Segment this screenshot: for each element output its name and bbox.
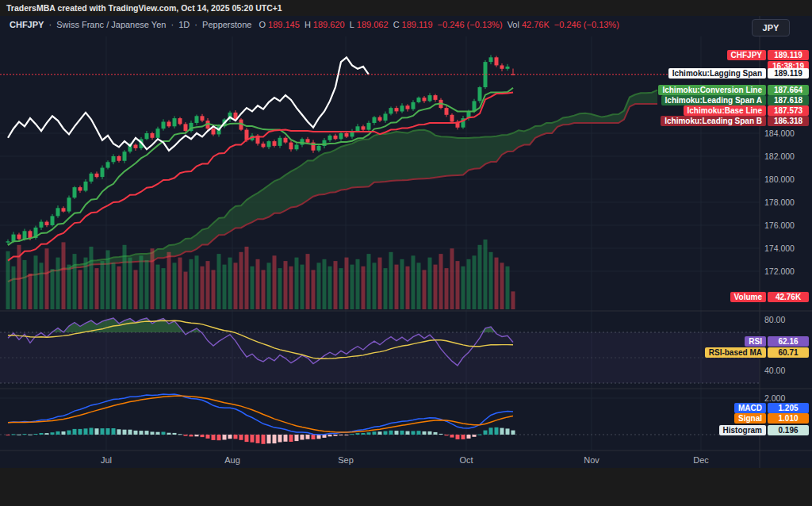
low-label: L [350,20,354,29]
currency-button[interactable]: JPY [752,19,790,36]
close-label: C [393,20,400,29]
broker-label: Pepperstone [202,20,251,29]
credit-text: TradersMBA created with TradingView.com,… [6,3,282,13]
macd-histogram-badge[interactable]: Histogram 0.196 [719,425,809,435]
high-label: H [304,20,311,29]
macd-signal-badge[interactable]: Signal 1.010 [734,413,809,424]
svg-text:Nov: Nov [584,455,599,465]
tradingview-app: TradersMBA created with TradingView.com,… [0,0,812,506]
svg-text:182.000: 182.000 [764,151,795,161]
svg-text:40.00: 40.00 [764,366,785,375]
high-value: 189.620 [313,20,345,29]
svg-text:172.000: 172.000 [764,266,795,276]
change-value: −0.246 (−0.13%) [438,20,503,29]
low-value: 189.062 [357,20,389,29]
ichimoku-lagging-span-badge[interactable]: Ichimoku:Lagging Span 189.119 [668,68,809,79]
symbol-info-bar: CHFJPY · Swiss Franc / Japanese Yen · 1D… [10,20,622,34]
interval-label[interactable]: 1D [178,20,190,29]
svg-text:Dec: Dec [693,455,709,465]
symbol-description: Swiss Franc / Japanese Yen [56,20,166,29]
open-value: 189.145 [268,20,300,29]
ichimoku-conversion-badge[interactable]: Ichimoku:Conversion Line 187.664 [658,85,809,95]
vol-change-value: −0.246 (−0.13%) [554,20,619,29]
price-chart-canvas[interactable]: 184.000182.000180.000178.000176.000174.0… [0,16,812,468]
svg-text:178.000: 178.000 [764,197,795,207]
ichimoku-base-line-badge[interactable]: Ichimoku:Base Line 187.573 [684,105,809,116]
ichimoku-span-a-badge[interactable]: Ichimoku:Leading Span A 187.618 [661,95,809,105]
svg-text:176.000: 176.000 [764,220,795,230]
price-badge-symbol[interactable]: CHFJPY 189.119 [727,50,809,60]
svg-text:Oct: Oct [459,455,473,465]
rsi-ma-badge[interactable]: RSI-based MA 60.71 [705,347,809,358]
open-label: O [259,20,266,29]
rsi-badge[interactable]: RSI 62.16 [745,336,809,347]
close-value: 189.119 [402,20,433,29]
vol-label: Vol [508,20,519,29]
svg-text:Aug: Aug [224,455,240,465]
svg-text:Jul: Jul [101,455,112,465]
svg-text:80.00: 80.00 [764,315,785,324]
volume-badge[interactable]: Volume 42.76K [730,292,809,302]
footer-bar: TradingView [0,468,812,506]
separator: · [170,20,174,29]
separator: · [48,20,52,29]
svg-text:184.000: 184.000 [764,128,795,138]
ichimoku-span-b-badge[interactable]: Ichimoku:Leading Span B 186.318 [661,116,809,126]
svg-text:2.000: 2.000 [764,393,785,403]
separator: · [194,20,197,29]
svg-text:174.000: 174.000 [764,243,795,253]
vol-value: 42.76K [522,20,550,29]
symbol-title[interactable]: CHFJPY [10,20,44,29]
svg-text:Sep: Sep [338,455,354,465]
svg-text:180.000: 180.000 [764,174,795,184]
macd-badge[interactable]: MACD 1.205 [734,403,809,413]
credit-bar: TradersMBA created with TradingView.com,… [0,0,812,16]
